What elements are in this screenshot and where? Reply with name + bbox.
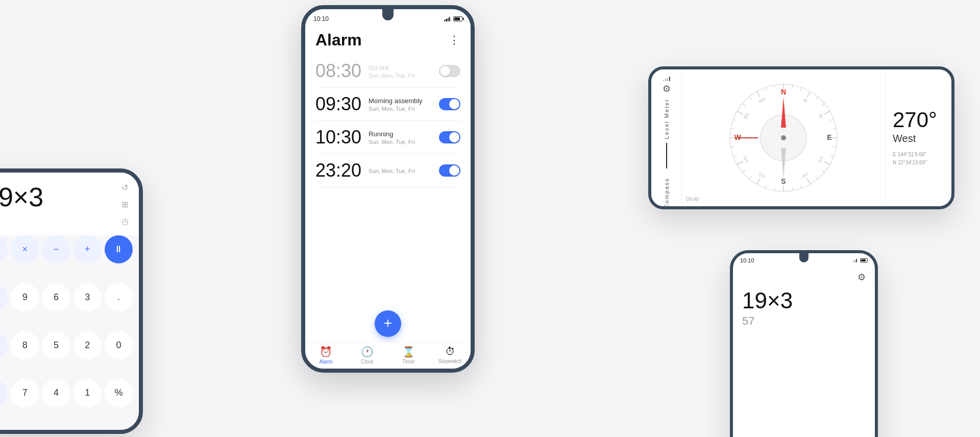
alarm-time-1: 08:30 — [315, 62, 361, 80]
nav-stopwatch[interactable]: ⏱ Stopwatch — [429, 346, 471, 365]
alarm-time-container: 08:30 — [315, 62, 361, 80]
gear-icon[interactable]: ⚙ — [663, 83, 671, 94]
calc-btn-delete[interactable]: ⊠ — [0, 331, 8, 359]
timer-nav-label: Timer — [402, 359, 415, 365]
compass-info-panel: 270° West E 144°31'8.68" N 22°34'13.69" — [885, 69, 951, 206]
svg-marker-50 — [781, 97, 786, 128]
calc-btn-multiply[interactable]: × — [11, 235, 39, 263]
calc-btn-plusminus[interactable]: +/− — [0, 283, 8, 311]
mini-calc-display: ⚙ 19×3 57 — [733, 263, 875, 332]
alarm-days-3: Sun, Mon, Tue, Fri — [369, 139, 439, 145]
alarm-item[interactable]: 09:30 Morning assembly Sun, Mon, Tue, Fr… — [315, 88, 460, 121]
notch — [382, 9, 394, 20]
svg-line-29 — [731, 129, 734, 129]
notch — [799, 253, 808, 262]
alarm-info-2: Morning assembly Sun, Mon, Tue, Fri — [361, 97, 439, 112]
clock-nav-label: Clock — [361, 359, 374, 365]
svg-line-4 — [807, 91, 811, 97]
svg-line-13 — [824, 161, 830, 165]
compass-dial: 30 60 120 150 210 240 300 330 N S E W — [727, 82, 840, 194]
nav-alarm[interactable]: ⏰ Alarm — [305, 346, 347, 365]
calc-btn-5[interactable]: 5 — [42, 331, 70, 359]
calc-btn-0[interactable]: 0 — [105, 331, 133, 359]
alarm-list: 08:30 Go out Sun, Mon, Tue, Fri 09:30 Mo… — [315, 55, 460, 304]
calc-buttons: ÷ × − + ⏸ +/− 9 6 3 . ⊠ 8 5 2 0 AC 7 4 1… — [0, 235, 139, 430]
calc-btn-dot[interactable]: . — [105, 283, 133, 311]
alarm-time-container: 23:20 — [315, 161, 361, 180]
mini-status-icons — [853, 258, 868, 262]
svg-line-6 — [822, 104, 824, 106]
svg-line-8 — [830, 119, 834, 120]
calc-btn-6[interactable]: 6 — [42, 283, 70, 311]
svg-line-11 — [833, 147, 837, 147]
calc-btn-2[interactable]: 2 — [74, 331, 102, 359]
svg-line-21 — [765, 185, 766, 188]
calc-btn-9[interactable]: 9 — [11, 283, 39, 311]
alarm-item[interactable]: 10:30 Running Sun, Mon, Tue, Fri — [315, 121, 460, 154]
status-time: 10:10 — [313, 15, 329, 22]
svg-marker-51 — [781, 148, 786, 179]
alarm-days-1: Sun, Mon, Tue, Fri — [369, 72, 439, 79]
add-alarm-button[interactable]: + — [375, 310, 401, 337]
battery-icon — [860, 258, 868, 262]
signal-icon — [444, 16, 450, 21]
alarm-toggle-2[interactable] — [439, 98, 460, 110]
calc-btn-percent[interactable]: % — [105, 379, 133, 407]
alarm-toggle-4[interactable] — [439, 164, 460, 177]
alarm-name-2: Morning assembly — [369, 97, 439, 105]
calc-btn-divide[interactable]: ÷ — [0, 235, 8, 263]
svg-text:210: 210 — [757, 172, 766, 179]
alarm-time-container: 09:30 — [315, 95, 361, 113]
battery-icon — [453, 16, 462, 21]
svg-line-7 — [824, 111, 830, 115]
svg-line-30 — [733, 119, 737, 120]
svg-text:120: 120 — [817, 155, 825, 164]
calc-btn-8[interactable]: 8 — [11, 331, 39, 359]
alarm-item[interactable]: 23:20 Sun, Mon, Tue, Fri — [315, 154, 460, 187]
calc-btn-pause[interactable]: ⏸ — [105, 235, 133, 263]
alarm-toggle-3[interactable] — [439, 131, 460, 143]
alarm-menu-button[interactable]: ⋮ — [449, 34, 460, 47]
calc-btn-add[interactable]: + — [74, 235, 102, 263]
svg-line-23 — [749, 176, 751, 179]
compass-coordinates: E 144°31'8.68" N 22°34'13.69" — [893, 151, 944, 167]
alarm-content: Alarm ⋮ 08:30 Go out Sun, Mon, Tue, Fri — [305, 26, 471, 342]
alarm-time-container: 10:30 — [315, 128, 361, 147]
alarm-days-2: Sun, Mon, Tue, Fri — [369, 106, 439, 112]
svg-text:E: E — [827, 133, 831, 141]
svg-line-2 — [792, 85, 793, 89]
calc-btn-subtract[interactable]: − — [42, 235, 70, 263]
status-icons — [444, 16, 462, 21]
svg-line-17 — [801, 185, 802, 188]
calc-result: 57 — [0, 214, 129, 230]
signal-icon — [663, 77, 670, 81]
calc-btn-4[interactable]: 4 — [42, 379, 70, 407]
left-phone: 19×3 57 ↺ ⊞ ◷ ÷ × − + ⏸ +/− 9 6 3 . ⊠ 8 … — [0, 168, 143, 434]
svg-line-16 — [807, 179, 811, 184]
svg-line-24 — [743, 170, 745, 172]
bottom-nav: ⏰ Alarm 🕐 Clock ⌛ Timer ⏱ Stopwatch — [305, 342, 471, 369]
nav-timer[interactable]: ⌛ Timer — [388, 346, 429, 365]
gear-icon[interactable]: ⚙ — [742, 272, 866, 283]
alarm-days-4: Sun, Mon, Tue, Fri — [369, 168, 439, 174]
calc-btn-3[interactable]: 3 — [74, 283, 102, 311]
alarm-toggle-1[interactable] — [439, 65, 460, 77]
svg-line-26 — [733, 155, 737, 156]
svg-text:150: 150 — [801, 172, 810, 179]
svg-line-36 — [774, 85, 775, 89]
alarm-name-3: Running — [369, 130, 439, 138]
svg-line-5 — [816, 97, 818, 100]
svg-line-18 — [792, 187, 793, 191]
compass-degree: 270° — [893, 109, 944, 131]
svg-line-34 — [757, 91, 761, 97]
svg-line-35 — [765, 87, 766, 91]
alarm-item[interactable]: 08:30 Go out Sun, Mon, Tue, Fri — [315, 55, 460, 88]
svg-line-9 — [833, 129, 837, 129]
calc-btn-ac[interactable]: AC — [0, 379, 8, 407]
nav-clock[interactable]: 🕐 Clock — [347, 346, 388, 365]
compass-main: 09:40 — [682, 69, 885, 206]
level-meter-label: Level Meter — [664, 99, 670, 139]
calc-grid-icon: ⊞ — [121, 200, 129, 209]
calc-btn-1[interactable]: 1 — [74, 379, 102, 407]
calc-btn-7[interactable]: 7 — [11, 379, 39, 407]
